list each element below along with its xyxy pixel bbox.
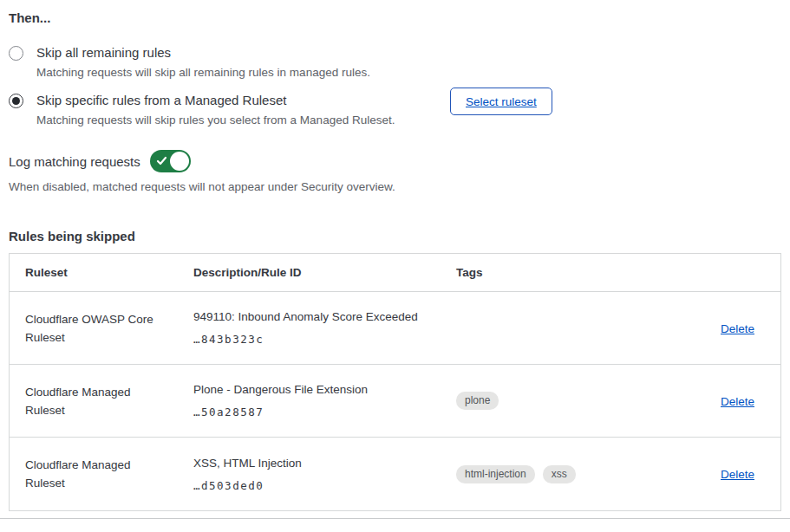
tag-pill: plone <box>456 392 499 410</box>
option-skip-specific-description: Matching requests will skip rules you se… <box>36 113 395 127</box>
log-matching-requests-label: Log matching requests <box>9 154 140 169</box>
ruleset-name: Cloudflare Managed Ruleset <box>10 456 193 492</box>
radio-skip-specific-rules[interactable] <box>9 94 23 108</box>
rule-id: …d503ded0 <box>193 479 456 492</box>
option-skip-specific-rules[interactable]: Skip specific rules from a Managed Rules… <box>9 93 781 127</box>
rules-being-skipped-table: Ruleset Description/Rule ID Tags Cloudfl… <box>9 253 781 511</box>
option-skip-specific-label[interactable]: Skip specific rules from a Managed Rules… <box>36 93 395 108</box>
delete-link[interactable]: Delete <box>721 468 754 481</box>
tags-cell: plone <box>456 392 656 410</box>
table-row: Cloudflare Managed Ruleset Plone - Dange… <box>10 365 780 438</box>
option-skip-all-rules[interactable]: Skip all remaining rules Matching reques… <box>9 45 781 80</box>
column-header-ruleset: Ruleset <box>10 263 193 282</box>
delete-link[interactable]: Delete <box>721 395 754 408</box>
tags-cell: html-injection xss <box>456 465 656 483</box>
radio-skip-all-rules[interactable] <box>9 46 23 61</box>
option-skip-all-label[interactable]: Skip all remaining rules <box>36 45 370 61</box>
column-header-tags: Tags <box>456 266 656 279</box>
toggle-knob <box>170 152 189 171</box>
column-header-description: Description/Rule ID <box>193 266 456 279</box>
rule-description: Plone - Dangerous File Extension <box>193 383 456 396</box>
table-header-row: Ruleset Description/Rule ID Tags <box>10 254 780 292</box>
log-matching-requests-toggle[interactable] <box>150 150 191 172</box>
delete-link[interactable]: Delete <box>721 322 754 335</box>
rule-description: 949110: Inbound Anomaly Score Exceeded <box>193 310 456 323</box>
rule-id: …843b323c <box>193 333 456 346</box>
rule-id: …50a28587 <box>193 405 456 418</box>
waf-rule-config-panel: Then... Skip all remaining rules Matchin… <box>0 0 790 532</box>
table-row: Cloudflare OWASP Core Ruleset 949110: In… <box>10 292 780 365</box>
rules-being-skipped-heading: Rules being skipped <box>9 229 781 243</box>
table-row: Cloudflare Managed Ruleset XSS, HTML Inj… <box>10 438 780 510</box>
then-heading: Then... <box>9 10 781 25</box>
tag-pill: html-injection <box>456 465 535 483</box>
ruleset-name: Cloudflare OWASP Core Ruleset <box>10 310 193 347</box>
select-ruleset-button[interactable]: Select ruleset <box>450 88 552 115</box>
section-divider <box>0 518 790 519</box>
ruleset-name: Cloudflare Managed Ruleset <box>10 383 193 419</box>
tag-pill: xss <box>543 465 576 483</box>
option-skip-all-description: Matching requests will skip all remainin… <box>36 65 370 80</box>
log-toggle-description: When disabled, matched requests will not… <box>9 179 781 194</box>
rule-description: XSS, HTML Injection <box>193 457 456 470</box>
check-icon <box>156 155 167 166</box>
